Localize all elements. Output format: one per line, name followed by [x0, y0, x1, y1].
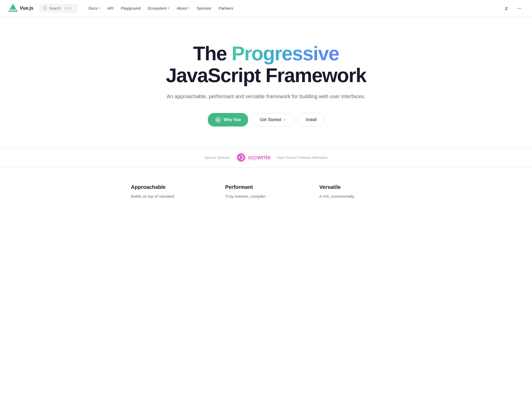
- more-icon: [517, 6, 521, 11]
- site-logo[interactable]: Vue.js: [8, 4, 33, 13]
- translate-button[interactable]: [502, 4, 511, 13]
- nav-about[interactable]: About ▾: [174, 4, 192, 12]
- svg-line-4: [46, 9, 46, 10]
- nav-docs[interactable]: Docs ▾: [85, 4, 103, 12]
- translate-icon: [504, 6, 509, 11]
- install-button[interactable]: Install: [298, 113, 324, 127]
- svg-point-7: [520, 8, 521, 9]
- feature-title-performant: Performant: [225, 184, 307, 190]
- play-icon: ▶: [215, 117, 221, 123]
- search-icon: [43, 6, 47, 10]
- hero-title: The Progressive JavaScript Framework: [157, 43, 375, 86]
- search-shortcut: Ctrl K: [63, 6, 74, 11]
- feature-desc-versatile: A rich, incrementally: [319, 193, 401, 200]
- svg-marker-2: [10, 4, 16, 9]
- navbar: Vue.js Search Ctrl K Docs ▾ API Playgrou…: [0, 0, 532, 17]
- nav-partners[interactable]: Partners: [215, 4, 236, 12]
- chevron-down-icon: ▾: [98, 6, 100, 10]
- feature-performant: Performant Truly reactive, compiler-: [225, 184, 307, 200]
- nav-api[interactable]: API: [104, 4, 117, 12]
- svg-point-9: [238, 157, 240, 158]
- svg-point-8: [237, 153, 245, 162]
- why-vue-button[interactable]: ▶ Why Vue: [208, 113, 248, 127]
- nav-right: [502, 4, 524, 13]
- sponsor-banner: Special Sponsor appwrite Open Source Fir…: [0, 147, 532, 168]
- nav-playground[interactable]: Playground: [118, 4, 144, 12]
- hero-section: The Progressive JavaScript Framework An …: [149, 17, 383, 147]
- feature-versatile: Versatile A rich, incrementally: [319, 184, 401, 200]
- sponsor-label: Special Sponsor: [204, 156, 230, 159]
- hero-buttons: ▶ Why Vue Get Started → Install: [157, 113, 375, 127]
- feature-desc-performant: Truly reactive, compiler-: [225, 193, 307, 200]
- hero-title-highlight: Progressive: [232, 42, 339, 64]
- feature-desc-approachable: Builds on top of standard: [131, 193, 213, 200]
- appwrite-text: appwrite: [248, 154, 271, 161]
- features-section: Approachable Builds on top of standard P…: [110, 168, 422, 210]
- appwrite-tagline: Open Source Firebase Alternative: [277, 156, 328, 159]
- appwrite-icon: [236, 153, 246, 162]
- hero-subtitle: An approachable, performant and versatil…: [157, 92, 375, 101]
- vue-logo-icon: [8, 4, 18, 13]
- svg-point-6: [519, 8, 520, 9]
- search-button[interactable]: Search Ctrl K: [39, 4, 77, 12]
- nav-ecosystem[interactable]: Ecosystem ▾: [145, 4, 172, 12]
- svg-point-5: [517, 8, 518, 9]
- chevron-down-icon: ▾: [188, 6, 190, 10]
- nav-links: Docs ▾ API Playground Ecosystem ▾ About …: [85, 4, 502, 12]
- get-started-button[interactable]: Get Started →: [252, 113, 294, 127]
- feature-approachable: Approachable Builds on top of standard: [131, 184, 213, 200]
- feature-title-versatile: Versatile: [319, 184, 401, 190]
- feature-title-approachable: Approachable: [131, 184, 213, 190]
- more-options-button[interactable]: [514, 4, 524, 13]
- appwrite-link[interactable]: appwrite: [236, 153, 271, 162]
- svg-point-3: [43, 7, 46, 10]
- nav-sponsor[interactable]: Sponsor: [194, 4, 215, 12]
- chevron-down-icon: ▾: [168, 6, 169, 10]
